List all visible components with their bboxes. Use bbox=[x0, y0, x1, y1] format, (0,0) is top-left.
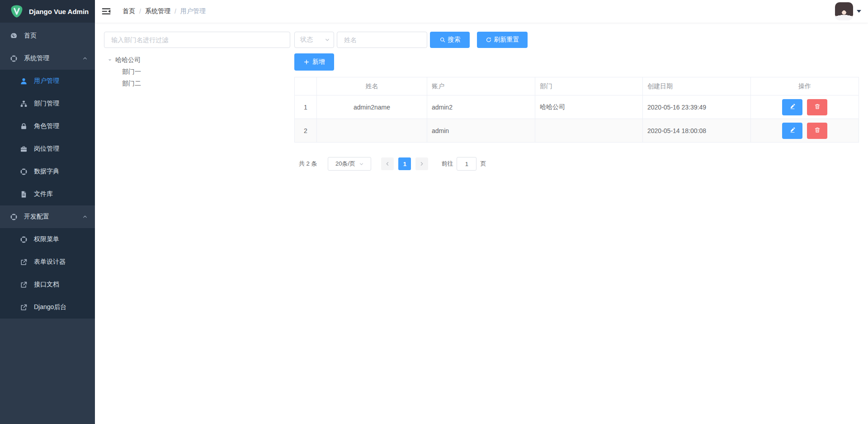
search-button-label: 搜索 bbox=[448, 36, 461, 44]
sidebar-item-api-docs[interactable]: 接口文档 bbox=[0, 273, 95, 296]
breadcrumb: 首页 / 系统管理 / 用户管理 bbox=[123, 7, 206, 15]
cell-actions bbox=[751, 95, 859, 119]
refresh-reset-button[interactable]: 刷新重置 bbox=[477, 32, 528, 48]
sidebar-item-post-mgmt[interactable]: 岗位管理 bbox=[0, 138, 95, 160]
document-icon bbox=[20, 191, 28, 198]
app-logo: Django Vue Admin bbox=[0, 0, 95, 23]
guide-icon bbox=[20, 236, 28, 243]
cell-dept bbox=[535, 119, 643, 143]
lock-icon bbox=[20, 123, 28, 130]
trash-icon bbox=[814, 127, 821, 134]
cell-name: admin2name bbox=[317, 95, 427, 119]
column-header: 操作 bbox=[751, 77, 859, 95]
page-content: 状态 搜索 刷新重置 bbox=[95, 23, 868, 424]
edit-button[interactable] bbox=[782, 99, 802, 115]
sidebar-item-label: 系统管理 bbox=[24, 54, 82, 62]
guide-icon bbox=[10, 213, 18, 221]
sidebar-item-role-mgmt[interactable]: 角色管理 bbox=[0, 115, 95, 138]
content-body: 哈哈公司 部门一部门二 新增 bbox=[104, 53, 859, 171]
sidebar-item-label: 数据字典 bbox=[34, 167, 88, 176]
search-icon bbox=[439, 37, 446, 43]
dashboard-icon bbox=[10, 32, 18, 40]
edit-icon bbox=[789, 127, 796, 134]
dept-tree-panel: 哈哈公司 部门一部门二 bbox=[104, 53, 290, 90]
table-row: 1admin2nameadmin2哈哈公司2020-05-16 23:39:49 bbox=[295, 95, 859, 119]
sidebar-item-user-mgmt[interactable]: 用户管理 bbox=[0, 70, 95, 92]
pagination: 共 2 条 20条/页 1 bbox=[294, 157, 859, 171]
sidebar-item-label: 岗位管理 bbox=[34, 145, 88, 153]
column-header: 姓名 bbox=[317, 77, 427, 95]
breadcrumb-system[interactable]: 系统管理 bbox=[145, 7, 170, 15]
users-table: 姓名账户部门创建日期操作 1admin2nameadmin2哈哈公司2020-0… bbox=[294, 77, 859, 143]
user-avatar[interactable] bbox=[835, 2, 853, 20]
page-size-value: 20条/页 bbox=[335, 160, 355, 168]
dept-filter-input[interactable] bbox=[104, 32, 290, 48]
edit-icon bbox=[789, 103, 796, 111]
delete-button[interactable] bbox=[807, 123, 827, 139]
breadcrumb-current: 用户管理 bbox=[180, 7, 206, 15]
sidebar-menu: 首页系统管理用户管理部门管理角色管理岗位管理数据字典文件库开发配置权限菜单表单设… bbox=[0, 23, 95, 319]
column-header: 账户 bbox=[427, 77, 535, 95]
sidebar-item-permission-menu[interactable]: 权限菜单 bbox=[0, 228, 95, 251]
column-header: 部门 bbox=[535, 77, 643, 95]
sidebar-item-dept-mgmt[interactable]: 部门管理 bbox=[0, 92, 95, 115]
tree-node-child[interactable]: 部门二 bbox=[104, 78, 290, 90]
sidebar-item-label: 表单设计器 bbox=[34, 258, 88, 266]
next-page-button[interactable] bbox=[415, 157, 428, 170]
sidebar-item-label: 文件库 bbox=[34, 190, 88, 198]
caret-down-icon[interactable] bbox=[108, 58, 112, 62]
cell-account: admin2 bbox=[427, 95, 535, 119]
name-filter-input[interactable] bbox=[337, 32, 427, 48]
tree-node-child[interactable]: 部门一 bbox=[104, 66, 290, 78]
sidebar-item-system-mgmt[interactable]: 系统管理 bbox=[0, 47, 95, 70]
caret-down-icon[interactable] bbox=[857, 10, 861, 13]
sidebar-item-data-dict[interactable]: 数据字典 bbox=[0, 160, 95, 183]
sidebar-item-form-designer[interactable]: 表单设计器 bbox=[0, 251, 95, 273]
external-link-icon bbox=[20, 304, 28, 311]
sidebar-item-dev-config[interactable]: 开发配置 bbox=[0, 205, 95, 228]
sidebar-item-label: 首页 bbox=[24, 32, 88, 40]
tree-root-label: 哈哈公司 bbox=[115, 56, 141, 64]
pagination-total: 共 2 条 bbox=[299, 160, 317, 168]
add-button[interactable]: 新增 bbox=[294, 53, 334, 71]
edit-button[interactable] bbox=[782, 123, 802, 139]
cell-actions bbox=[751, 119, 859, 143]
sidebar-item-home[interactable]: 首页 bbox=[0, 24, 95, 47]
external-link-icon bbox=[20, 281, 28, 289]
tree-node-root[interactable]: 哈哈公司 bbox=[104, 54, 290, 66]
tree-children: 部门一部门二 bbox=[104, 66, 290, 90]
sidebar-item-django-admin[interactable]: Django后台 bbox=[0, 296, 95, 319]
table-header: 姓名账户部门创建日期操作 bbox=[295, 77, 859, 95]
app-title: Django Vue Admin bbox=[29, 8, 89, 15]
table-panel: 新增 姓名账户部门创建日期操作 1admin2nameadmin2哈哈公司202… bbox=[294, 53, 859, 171]
sidebar-item-label: 部门管理 bbox=[34, 100, 88, 108]
chevron-down-icon bbox=[325, 37, 330, 43]
add-button-label: 新增 bbox=[312, 58, 325, 66]
chevron-up-icon bbox=[82, 56, 88, 61]
guide-icon bbox=[20, 168, 28, 176]
sidebar: Django Vue Admin 首页系统管理用户管理部门管理角色管理岗位管理数… bbox=[0, 0, 95, 424]
user-icon bbox=[20, 77, 28, 85]
page-number-1[interactable]: 1 bbox=[398, 157, 411, 170]
guide-icon bbox=[10, 55, 18, 62]
page-unit-label: 页 bbox=[480, 160, 486, 168]
status-select[interactable]: 状态 bbox=[294, 32, 334, 48]
page-size-select[interactable]: 20条/页 bbox=[328, 157, 371, 171]
cell-index: 1 bbox=[295, 95, 317, 119]
plus-icon bbox=[303, 59, 310, 65]
search-button[interactable]: 搜索 bbox=[430, 32, 470, 48]
status-select-value: 状态 bbox=[300, 36, 325, 44]
top-navbar: 首页 / 系统管理 / 用户管理 bbox=[95, 0, 868, 23]
sidebar-item-label: 接口文档 bbox=[34, 281, 88, 289]
prev-page-button[interactable] bbox=[381, 157, 394, 170]
sidebar-fold-icon[interactable] bbox=[101, 6, 111, 16]
chevron-down-icon bbox=[359, 162, 364, 167]
goto-page-input[interactable] bbox=[457, 157, 476, 171]
delete-button[interactable] bbox=[807, 99, 827, 115]
cell-created: 2020-05-14 18:00:08 bbox=[643, 119, 751, 143]
cell-name bbox=[317, 119, 427, 143]
breadcrumb-separator: / bbox=[139, 8, 141, 15]
breadcrumb-home[interactable]: 首页 bbox=[123, 7, 135, 15]
sidebar-item-file-library[interactable]: 文件库 bbox=[0, 183, 95, 205]
vue-logo-icon bbox=[10, 5, 24, 18]
